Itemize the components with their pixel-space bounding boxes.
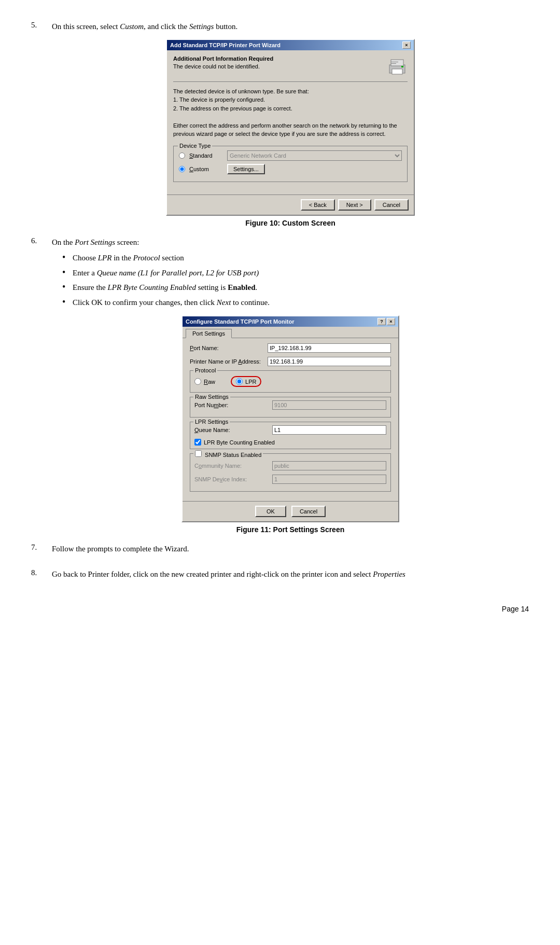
dialog1-header-title: Additional Port Information Required xyxy=(173,55,382,62)
bullet-4-text: Click OK to confirm your changes, then c… xyxy=(73,297,270,309)
standard-radio[interactable] xyxy=(179,152,185,159)
port-settings-tab[interactable]: Port Settings xyxy=(186,329,232,338)
dialog1-header: Additional Port Information Required The… xyxy=(173,55,408,82)
svg-rect-2 xyxy=(392,69,402,74)
step-6: 6. On the Port Settings screen: • Choose… xyxy=(31,237,529,534)
community-label: Community Name: xyxy=(194,463,272,469)
dialog1-titlebar: Add Standard TCP/IP Printer Port Wizard … xyxy=(167,40,414,50)
step-5-content: On this screen, select Custom, and click… xyxy=(52,21,529,227)
dialog1-wrapper: Add Standard TCP/IP Printer Port Wizard … xyxy=(52,39,529,216)
svg-rect-4 xyxy=(391,62,398,62)
dialog2-titlebar: Configure Standard TCP/IP Port Monitor ?… xyxy=(183,316,398,327)
bullet-4: • Click OK to confirm your changes, then… xyxy=(62,297,529,309)
close-button-2[interactable]: × xyxy=(387,318,395,325)
close-button[interactable]: × xyxy=(402,41,411,49)
dialog1-body: Additional Port Information Required The… xyxy=(167,50,414,194)
cancel-button[interactable]: Cancel xyxy=(374,199,409,211)
dialog1-header-subtitle: The device could not be identified. xyxy=(173,63,382,70)
dialog2-titlebar-buttons: ? × xyxy=(377,318,395,325)
printer-address-label: Printer Name or IP Address: xyxy=(190,358,268,365)
port-number-label: Port Number: xyxy=(194,402,272,408)
bullet-dot-1: • xyxy=(62,252,73,263)
step-6-text: On the Port Settings screen: xyxy=(52,237,529,248)
port-name-input[interactable] xyxy=(268,343,391,353)
step-7-content: Follow the prompts to complete the Wizar… xyxy=(52,543,529,559)
raw-label: Raw xyxy=(204,379,215,385)
lpr-counting-label: LPR Byte Counting Enabled xyxy=(204,439,275,446)
bullet-dot-4: • xyxy=(62,297,73,308)
snmp-device-input xyxy=(272,475,386,484)
dialog1: Add Standard TCP/IP Printer Port Wizard … xyxy=(166,39,415,216)
step-number-8: 8. xyxy=(31,568,52,577)
svg-rect-5 xyxy=(391,63,396,64)
bullet-3: • Ensure the LPR Byte Counting Enabled s… xyxy=(62,282,529,294)
step-5-text: On this screen, select Custom, and click… xyxy=(52,21,529,33)
bullet-3-text: Ensure the LPR Byte Counting Enabled set… xyxy=(73,282,257,294)
bullet-2: • Enter a Queue name (L1 for Parallel po… xyxy=(62,267,529,279)
bullet-1-text: Choose LPR in the Protocol section xyxy=(73,252,184,264)
dialog1-title: Add Standard TCP/IP Printer Port Wizard xyxy=(170,42,281,48)
ok-button[interactable]: OK xyxy=(255,506,286,517)
printer-address-input[interactable] xyxy=(268,357,391,366)
dialog2-wrapper: Configure Standard TCP/IP Port Monitor ?… xyxy=(52,315,529,522)
protocol-group: Protocol Raw LPR xyxy=(190,370,391,393)
figure1-caption: Figure 10: Custom Screen xyxy=(52,219,529,227)
step-7: 7. Follow the prompts to complete the Wi… xyxy=(31,543,529,559)
dialog2-title: Configure Standard TCP/IP Port Monitor xyxy=(186,318,294,325)
figure2-caption: Figure 11: Port Settings Screen xyxy=(52,525,529,534)
lpr-settings-legend: LPR Settings xyxy=(193,419,230,425)
custom-radio[interactable] xyxy=(179,166,185,172)
titlebar-buttons: × xyxy=(402,41,411,49)
port-name-row: Port Name: xyxy=(190,343,391,353)
standard-label: Standard xyxy=(189,152,223,159)
queue-name-input[interactable] xyxy=(272,425,386,435)
cancel-button-2[interactable]: Cancel xyxy=(291,506,326,517)
step-5: 5. On this screen, select Custom, and cl… xyxy=(31,21,529,227)
custom-label: Custom xyxy=(189,166,223,172)
step-8-text: Go back to Printer folder, click on the … xyxy=(52,568,529,580)
step-number-5: 5. xyxy=(31,21,52,30)
lpr-radio[interactable] xyxy=(236,378,243,385)
dialog1-header-text: Additional Port Information Required The… xyxy=(173,55,382,70)
queue-name-label: Queue Name: xyxy=(194,427,272,433)
printer-address-row: Printer Name or IP Address: xyxy=(190,357,391,366)
bullet-dot-3: • xyxy=(62,282,73,293)
step-8-content: Go back to Printer folder, click on the … xyxy=(52,568,529,585)
snmp-checkbox[interactable] xyxy=(195,450,202,457)
step-6-content: On the Port Settings screen: • Choose LP… xyxy=(52,237,529,534)
svg-rect-3 xyxy=(401,66,403,67)
port-name-label: Port Name: xyxy=(190,345,268,351)
lpr-label: LPR xyxy=(245,379,256,385)
step-7-text: Follow the prompts to complete the Wizar… xyxy=(52,543,529,555)
lpr-counting-row: LPR Byte Counting Enabled xyxy=(194,439,386,446)
community-row: Community Name: xyxy=(194,461,386,470)
step-8: 8. Go back to Printer folder, click on t… xyxy=(31,568,529,585)
custom-row: Custom Settings... xyxy=(179,164,402,174)
lpr-counting-checkbox[interactable] xyxy=(194,439,201,446)
device-type-dropdown[interactable]: Generic Network Card xyxy=(227,150,402,161)
step-number-6: 6. xyxy=(31,237,52,245)
settings-button[interactable]: Settings... xyxy=(227,164,265,174)
device-type-group: Device Type Standard Generic Network Car… xyxy=(173,146,408,182)
port-number-row: Port Number: xyxy=(194,400,386,410)
raw-settings-group: Raw Settings Port Number: xyxy=(190,397,391,418)
page-number: Page 14 xyxy=(31,605,529,613)
port-number-input xyxy=(272,400,386,410)
dialog1-footer: < Back Next > Cancel xyxy=(167,194,414,215)
device-type-legend: Device Type xyxy=(178,143,212,149)
raw-option: Raw xyxy=(194,378,215,385)
raw-settings-legend: Raw Settings xyxy=(193,394,230,400)
bullet-dot-2: • xyxy=(62,267,73,279)
dialog2-body: Port Name: Printer Name or IP Address: P… xyxy=(183,338,398,501)
next-button[interactable]: Next > xyxy=(338,199,371,211)
dialog2: Configure Standard TCP/IP Port Monitor ?… xyxy=(181,315,399,522)
help-button[interactable]: ? xyxy=(377,318,386,325)
protocol-legend: Protocol xyxy=(193,367,217,373)
standard-row: Standard Generic Network Card xyxy=(179,150,402,161)
bullet-2-text: Enter a Queue name (L1 for Parallel port… xyxy=(73,267,259,279)
raw-radio[interactable] xyxy=(194,378,201,385)
back-button[interactable]: < Back xyxy=(301,199,335,211)
lpr-option: LPR xyxy=(231,376,261,387)
snmp-device-label: SNMP Device Index: xyxy=(194,476,272,482)
snmp-legend: SNMP Status Enabled xyxy=(193,450,263,458)
